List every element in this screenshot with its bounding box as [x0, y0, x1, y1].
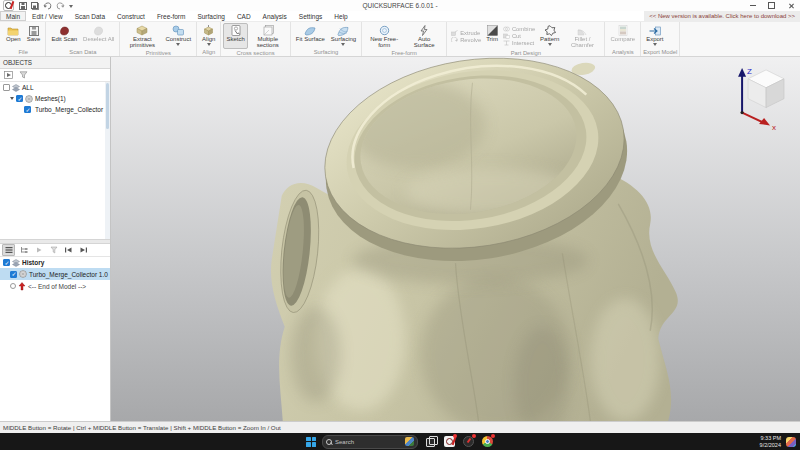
end-of-model-icon: [18, 282, 26, 291]
windows-start-button[interactable]: [306, 437, 316, 447]
window-controls: [743, 0, 800, 11]
compare-button[interactable]: Compare: [607, 23, 638, 48]
save-button[interactable]: Save: [24, 23, 44, 48]
task-view-button[interactable]: [424, 435, 437, 448]
update-notice-link[interactable]: << New version is available. Click here …: [644, 11, 800, 21]
objects-scrollbar[interactable]: [105, 82, 110, 239]
taskbar-app-browser[interactable]: [481, 435, 494, 448]
construct-button[interactable]: Construct: [162, 23, 194, 49]
pattern-button[interactable]: Pattern: [537, 23, 562, 49]
extract-primitives-button[interactable]: Extract primitives: [122, 23, 162, 49]
ribbon-group-scan-data: Edit Scan Deselect All Scan Data: [46, 22, 120, 56]
objects-show-icon[interactable]: [2, 69, 15, 81]
history-toolbar: [0, 244, 110, 257]
ribbon-group-part-design: Extrude Revolve Trim Combine Cut Interse…: [447, 22, 605, 56]
extrude-button[interactable]: Extrude: [451, 30, 481, 36]
all-checkbox[interactable]: [3, 84, 10, 91]
new-free-form-icon: [379, 25, 390, 36]
multiple-sections-icon: [262, 25, 274, 36]
maximize-button[interactable]: [762, 0, 781, 11]
model-canvas[interactable]: Z x: [111, 57, 800, 421]
taskbar-app-quicksurface[interactable]: [443, 435, 456, 448]
align-icon: [203, 25, 214, 36]
taskbar-app-gauge[interactable]: [462, 435, 475, 448]
tab-analysis[interactable]: Analysis: [257, 11, 293, 21]
x-axis-label: x: [772, 123, 776, 132]
align-button[interactable]: Align: [199, 23, 218, 48]
tab-free-form[interactable]: Free-form: [151, 11, 192, 21]
save-icon: [29, 25, 39, 36]
end-marker-radio[interactable]: [10, 283, 16, 289]
open-button[interactable]: Open: [3, 23, 24, 48]
quick-access-dropdown-icon[interactable]: [69, 5, 73, 8]
tab-edit-view[interactable]: Edit / View: [26, 11, 69, 21]
meshes-checkbox[interactable]: [16, 95, 23, 102]
construct-dropdown-icon[interactable]: [176, 43, 180, 46]
status-bar: MIDDLE Button = Rotate | Ctrl + MIDDLE B…: [0, 421, 800, 433]
auto-surface-icon: [419, 25, 429, 36]
history-item-mesh[interactable]: Turbo_Merge_Collector 1.0: [0, 268, 110, 280]
tab-settings[interactable]: Settings: [293, 11, 329, 21]
deselect-all-button[interactable]: Deselect All: [80, 23, 117, 48]
mesh-checkbox[interactable]: [24, 106, 31, 113]
trim-button[interactable]: Trim: [483, 23, 501, 49]
align-dropdown-icon[interactable]: [207, 43, 211, 46]
intersect-button[interactable]: Intersect: [503, 40, 535, 46]
mouse-hints: MIDDLE Button = Rotate | Ctrl + MIDDLE B…: [3, 424, 281, 431]
combine-icon: [503, 26, 510, 32]
ribbon-group-align: Align Align: [197, 22, 221, 56]
pattern-dropdown-icon[interactable]: [548, 43, 552, 46]
save-as-quick-icon[interactable]: [31, 2, 39, 10]
history-list-view-icon[interactable]: [2, 244, 15, 256]
export-button[interactable]: Export: [643, 23, 666, 48]
undo-icon[interactable]: [43, 2, 52, 10]
open-folder-icon: [7, 25, 19, 36]
tab-scan-data[interactable]: Scan Data: [69, 11, 111, 21]
close-button[interactable]: [781, 0, 800, 11]
surfacing-dropdown-icon[interactable]: [341, 43, 345, 46]
viewport-3d[interactable]: Z x: [111, 57, 800, 421]
objects-filter-icon[interactable]: [17, 69, 30, 81]
export-dropdown-icon[interactable]: [653, 43, 657, 46]
fillet-chamfer-button[interactable]: Fillet / Chamfer: [562, 23, 602, 49]
redo-icon[interactable]: [56, 2, 65, 10]
notification-center-icon[interactable]: [786, 437, 796, 447]
pattern-icon: [544, 25, 556, 36]
tree-item-all[interactable]: ALL: [0, 82, 110, 93]
new-free-form-button[interactable]: New Free-form: [364, 23, 404, 49]
history-header[interactable]: History: [0, 257, 110, 268]
surfacing-button[interactable]: Surfacing: [328, 23, 359, 48]
tab-surfacing[interactable]: Surfacing: [191, 11, 230, 21]
taskbar-search-box[interactable]: Search: [322, 435, 418, 449]
tab-main[interactable]: Main: [0, 11, 26, 21]
edit-scan-button[interactable]: Edit Scan: [48, 23, 80, 48]
search-highlight-icon[interactable]: [405, 437, 414, 446]
history-checkbox[interactable]: [3, 259, 10, 266]
tab-cad[interactable]: CAD: [231, 11, 257, 21]
tree-item-mesh[interactable]: Turbo_Merge_Collector 1.0 (T: 6: [0, 104, 110, 115]
mesh-icon: [19, 270, 27, 278]
history-tree-view-icon[interactable]: [17, 244, 30, 256]
sketch-button[interactable]: Sketch: [223, 23, 247, 49]
cut-button[interactable]: Cut: [503, 33, 535, 39]
compare-icon: [618, 25, 628, 36]
history-end-marker[interactable]: <-- End of Model -->: [0, 280, 110, 292]
taskbar-clock[interactable]: 9:33 PM 9/2/2024: [760, 435, 781, 448]
tree-item-meshes[interactable]: Meshes(1): [0, 93, 110, 104]
save-quick-icon[interactable]: [19, 2, 27, 10]
history-item-checkbox[interactable]: [10, 271, 17, 278]
search-icon: [326, 439, 332, 445]
history-filter-icon[interactable]: [47, 244, 60, 256]
multiple-sections-button[interactable]: Multiple sections: [248, 23, 288, 49]
auto-surface-button[interactable]: Auto Surface: [404, 23, 444, 49]
expand-caret-icon[interactable]: [10, 97, 14, 100]
fit-surface-button[interactable]: Fit Surface: [293, 23, 328, 48]
combine-button[interactable]: Combine: [503, 26, 535, 32]
tab-help[interactable]: Help: [328, 11, 353, 21]
skip-to-end-icon[interactable]: [77, 244, 90, 256]
tab-construct[interactable]: Construct: [111, 11, 151, 21]
history-play-icon[interactable]: [32, 244, 45, 256]
skip-to-start-icon[interactable]: [62, 244, 75, 256]
minimize-button[interactable]: [743, 0, 762, 11]
revolve-button[interactable]: Revolve: [451, 37, 481, 43]
